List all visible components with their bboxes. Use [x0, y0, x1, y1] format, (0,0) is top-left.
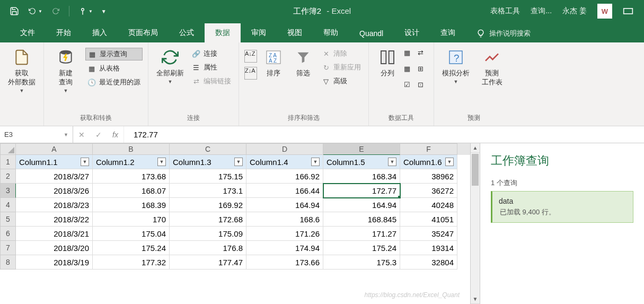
column-header[interactable]: C — [170, 143, 246, 155]
scroll-up-icon[interactable]: ▲ — [471, 143, 480, 153]
cell[interactable]: 168.845 — [323, 212, 400, 227]
remove-duplicates-icon[interactable]: ▦ — [404, 65, 414, 75]
column-header[interactable]: B — [93, 143, 170, 155]
cell[interactable]: 2018/3/22 — [16, 212, 93, 227]
sort-desc-icon[interactable]: Z↓A — [244, 67, 257, 80]
sort-asc-icon[interactable]: A↓Z — [244, 50, 257, 63]
cell[interactable]: 173.68 — [93, 169, 170, 184]
advanced-filter-button[interactable]: ▽高级 — [320, 75, 363, 87]
text-to-columns-button[interactable]: 分列 — [374, 45, 401, 78]
select-all-corner[interactable] — [0, 143, 16, 155]
filter-dropdown-icon[interactable]: ▼ — [388, 158, 396, 166]
cell[interactable]: 177.32 — [93, 255, 170, 270]
cell[interactable]: 171.27 — [323, 227, 400, 241]
properties-button[interactable]: ☰属性 — [190, 62, 233, 73]
cancel-icon[interactable]: ✕ — [78, 131, 85, 139]
cell[interactable]: 173.1 — [170, 184, 246, 198]
column-header[interactable]: A — [16, 143, 93, 155]
filter-dropdown-icon[interactable]: ▼ — [157, 158, 166, 166]
cell[interactable]: 168.07 — [93, 184, 170, 198]
cell[interactable]: 2018/3/27 — [16, 169, 93, 184]
cell[interactable]: 172.77 — [323, 184, 400, 198]
flash-fill-icon[interactable]: ▦ — [404, 49, 414, 59]
cell[interactable]: 2018/3/21 — [16, 227, 93, 241]
enter-icon[interactable]: ✓ — [95, 131, 102, 139]
redo-icon[interactable] — [51, 7, 60, 15]
row-header[interactable]: 3 — [0, 184, 16, 198]
worksheet-grid[interactable]: ABCDEF 1Column1.1▼Column1.2▼Column1.3▼Co… — [0, 143, 470, 304]
cell[interactable]: 175.24 — [93, 241, 170, 255]
row-header[interactable]: 4 — [0, 198, 16, 212]
name-box[interactable]: E3▼ — [0, 126, 73, 143]
manage-model-icon[interactable]: ⊡ — [418, 81, 428, 91]
row-header[interactable]: 1 — [0, 155, 16, 169]
table-header-cell[interactable]: Column1.6▼ — [400, 155, 457, 169]
cell[interactable]: 166.92 — [246, 169, 323, 184]
table-header-cell[interactable]: Column1.1▼ — [16, 155, 93, 169]
undo-icon[interactable]: ▼ — [28, 7, 42, 15]
connections-button[interactable]: 🔗连接 — [190, 48, 233, 59]
filter-button[interactable]: 筛选 — [290, 45, 316, 78]
touch-mode-icon[interactable]: ▼ — [78, 6, 93, 16]
tab-help[interactable]: 帮助 — [313, 23, 349, 42]
cell[interactable]: 19314 — [400, 241, 457, 255]
query-item[interactable]: data 已加载 9,400 行。 — [491, 191, 633, 223]
refresh-all-button[interactable]: 全部刷新 ▼ — [154, 45, 187, 85]
cell[interactable]: 175.09 — [170, 227, 246, 241]
cell[interactable]: 2018/3/26 — [16, 184, 93, 198]
filter-dropdown-icon[interactable]: ▼ — [81, 158, 89, 166]
cell[interactable]: 171.26 — [246, 227, 323, 241]
edit-links-button[interactable]: ⇄编辑链接 — [190, 75, 233, 87]
tab-file[interactable]: 文件 — [10, 23, 46, 42]
cell[interactable]: 38962 — [400, 169, 457, 184]
cell[interactable]: 176.8 — [170, 241, 246, 255]
cell[interactable]: 175.3 — [323, 255, 400, 270]
relationships-icon[interactable]: ⊞ — [418, 65, 428, 75]
scroll-down-icon[interactable]: ▼ — [471, 294, 480, 304]
cell[interactable]: 164.94 — [323, 198, 400, 212]
tab-design[interactable]: 设计 — [394, 23, 430, 42]
ribbon-display-icon[interactable] — [623, 7, 633, 15]
cell[interactable]: 168.39 — [93, 198, 170, 212]
whatif-button[interactable]: ? 模拟分析 ▼ — [439, 45, 472, 85]
cell[interactable]: 36272 — [400, 184, 457, 198]
filter-dropdown-icon[interactable]: ▼ — [311, 158, 320, 166]
cell[interactable]: 2018/3/20 — [16, 241, 93, 255]
cell[interactable]: 40248 — [400, 198, 457, 212]
tab-home[interactable]: 开始 — [46, 23, 82, 42]
cell[interactable]: 175.24 — [323, 241, 400, 255]
filter-dropdown-icon[interactable]: ▼ — [445, 158, 454, 166]
cell[interactable]: 177.47 — [170, 255, 246, 270]
cell[interactable]: 175.04 — [93, 227, 170, 241]
sort-button[interactable]: Z AA Z 排序 — [260, 45, 287, 78]
reapply-button[interactable]: ↻重新应用 — [320, 62, 363, 73]
cell[interactable]: 174.94 — [246, 241, 323, 255]
row-header[interactable]: 2 — [0, 169, 16, 184]
clear-filter-button[interactable]: ✕清除 — [320, 48, 363, 59]
scroll-thumb[interactable] — [472, 154, 479, 186]
tab-quandl[interactable]: Quandl — [349, 24, 394, 42]
consolidate-icon[interactable]: ⇄ — [418, 49, 428, 59]
cell[interactable]: 32804 — [400, 255, 457, 270]
get-external-data-button[interactable]: 获取 外部数据 ▼ — [5, 45, 38, 94]
filter-dropdown-icon[interactable]: ▼ — [234, 158, 243, 166]
cell[interactable]: 164.94 — [246, 198, 323, 212]
column-header[interactable]: D — [246, 143, 323, 155]
cell[interactable]: 175.15 — [170, 169, 246, 184]
row-header[interactable]: 5 — [0, 212, 16, 227]
table-header-cell[interactable]: Column1.3▼ — [170, 155, 246, 169]
save-icon[interactable] — [10, 6, 19, 16]
cell[interactable]: 170 — [93, 212, 170, 227]
row-header[interactable]: 7 — [0, 241, 16, 255]
row-header[interactable]: 6 — [0, 227, 16, 241]
tab-formulas[interactable]: 公式 — [169, 23, 205, 42]
tab-query[interactable]: 查询 — [430, 23, 466, 42]
cell[interactable]: 168.6 — [246, 212, 323, 227]
cell[interactable]: 35247 — [400, 227, 457, 241]
column-header[interactable]: E — [323, 143, 400, 155]
user-name[interactable]: 永杰 姜 — [562, 6, 587, 16]
cell[interactable]: 2018/3/23 — [16, 198, 93, 212]
row-header[interactable]: 8 — [0, 255, 16, 270]
cell[interactable]: 41051 — [400, 212, 457, 227]
avatar[interactable]: W — [597, 4, 612, 19]
